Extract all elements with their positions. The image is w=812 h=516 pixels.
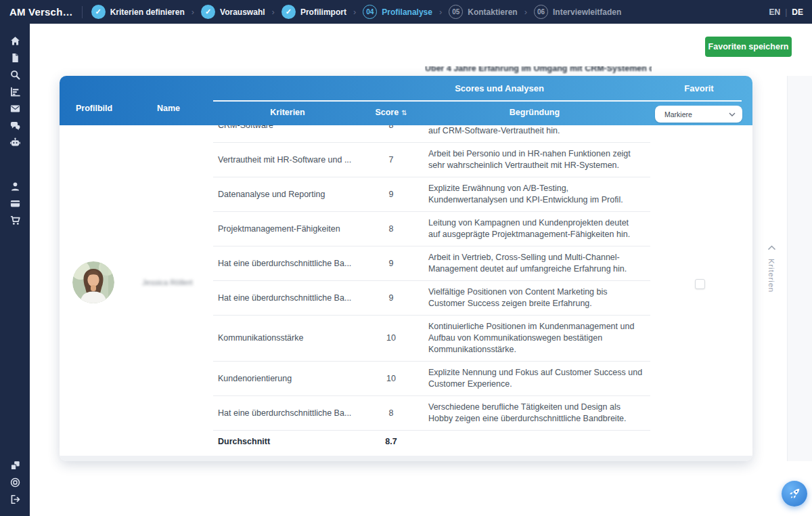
step-number: 06 xyxy=(534,5,548,19)
justification-line: Management deutet auf umfangreiche Erfah… xyxy=(428,263,650,275)
col-score-header[interactable]: Score⇅ xyxy=(351,108,432,117)
col-name-header: Name xyxy=(157,104,180,113)
save-favorites-button[interactable]: Favoriten speichern xyxy=(705,37,792,57)
assistant-fab[interactable] xyxy=(782,481,807,507)
justification-line: Arbeit bei Personio und in HR-nahen Funk… xyxy=(428,148,650,160)
favorit-select-value: Markiere xyxy=(664,110,729,119)
stepper-step-6[interactable]: 06Interviewleitfaden xyxy=(534,5,621,19)
step-label: Profilanalyse xyxy=(382,7,432,17)
criterion-score: 8 xyxy=(361,408,422,419)
language-switch: EN | DE xyxy=(769,0,803,24)
table-row: Hat eine überdurchschnittliche Ba... 9 A… xyxy=(60,246,752,281)
table-summary-row: Durchschnitt 8.7 xyxy=(60,431,752,453)
stepper-step-5[interactable]: 05Kontaktieren xyxy=(449,5,517,19)
justification-line: Leitung von Kampagnen und Kundenprojekte… xyxy=(428,217,650,229)
justification-line: sehr wahrscheinlich Vertrautheit mit HR-… xyxy=(428,160,650,171)
stepper-step-4[interactable]: 04Profilanalyse xyxy=(363,5,432,19)
step-number: 05 xyxy=(449,5,463,19)
favorit-checkbox[interactable] xyxy=(695,279,705,289)
justification-line: Kundenwertanalysen und KPI-Entwicklung i… xyxy=(428,194,650,206)
document-icon[interactable] xyxy=(7,49,23,66)
candidate-name-redacted: Jessica Röllert xyxy=(142,278,223,286)
chevron-up-icon xyxy=(767,245,776,251)
search-icon[interactable] xyxy=(7,66,23,83)
lang-en-button[interactable]: EN xyxy=(769,7,781,17)
table-header: Profilbild Name Scores und Analysen Favo… xyxy=(60,76,752,125)
justification-line: Explizite Nennung und Fokus auf Customer… xyxy=(428,367,650,379)
criterion-label: Vertrautheit mit HR-Software und ... xyxy=(213,154,361,166)
justification-line: Hobby zeigen eine überdurchschnittliche … xyxy=(428,413,650,425)
justification-line: auf CRM-Software-Vertrautheit hin. xyxy=(428,125,650,137)
cubes-icon[interactable] xyxy=(7,457,23,473)
table-row: Datenanalyse und Reporting 9 Explizite E… xyxy=(60,177,752,212)
table-row: CRM-Software 8 Mehrjährige Arbeit mit Sa… xyxy=(60,125,752,143)
sidebar-nav xyxy=(0,24,30,516)
divider xyxy=(82,6,83,18)
step-number: 04 xyxy=(363,5,377,19)
criterion-label: Hat eine überdurchschnittliche Ba... xyxy=(213,408,361,419)
col-favorit-header: Favorit xyxy=(655,83,743,93)
group-scores-header: Scores und Analysen xyxy=(398,83,601,93)
justification-line: auf ausgeprägte Projektmanagement-Fähigk… xyxy=(428,229,650,240)
stepper-step-2[interactable]: ✓Vorauswahl xyxy=(201,5,265,19)
stepper-step-1[interactable]: ✓Kriterien definieren xyxy=(91,5,185,19)
card-icon[interactable] xyxy=(7,195,23,211)
chevron-right-icon: › xyxy=(272,7,275,17)
table-row: Hat eine überdurchschnittliche Ba... 8 V… xyxy=(60,396,752,431)
justification-line: Arbeit in Vertrieb, Cross-Selling und Mu… xyxy=(428,252,650,263)
clipped-text-overflow: Über 4 Jahre Erfahrung im Umgang mit CRM… xyxy=(425,66,652,74)
logout-icon[interactable] xyxy=(7,491,23,507)
justification-line: Kommunikationsstärke. xyxy=(428,344,650,356)
chart-icon[interactable] xyxy=(7,83,23,100)
profile-analysis-table: Profilbild Name Scores und Analysen Favo… xyxy=(60,76,752,461)
chevron-down-icon xyxy=(729,112,736,116)
user-icon[interactable] xyxy=(7,178,23,194)
criterion-justification: Explizite Erwähnung von A/B-Testing,Kund… xyxy=(428,183,650,206)
criterion-score: 9 xyxy=(361,293,422,304)
col-profilbild-header: Profilbild xyxy=(76,104,112,113)
criterion-justification: Leitung von Kampagnen und Kundenprojekte… xyxy=(428,217,650,240)
criterion-label: Kundenorientierung xyxy=(213,373,361,385)
favorit-select[interactable]: Markiere xyxy=(655,106,742,123)
lang-de-button[interactable]: DE xyxy=(792,7,803,17)
table-body: CRM-Software 8 Mehrjährige Arbeit mit Sa… xyxy=(60,125,752,453)
target-icon[interactable] xyxy=(7,474,23,490)
cart-icon[interactable] xyxy=(7,212,23,228)
top-bar: AM Versch… ✓Kriterien definieren›✓Voraus… xyxy=(0,0,812,24)
sort-icon: ⇅ xyxy=(401,109,407,116)
chevron-right-icon: › xyxy=(191,7,194,17)
justification-line: Verschiedene berufliche Tätigkeiten und … xyxy=(428,402,650,413)
kriterien-panel-toggle[interactable]: Kriterien xyxy=(763,242,781,317)
mail-icon[interactable] xyxy=(7,100,23,116)
justification-line: Customer Experience. xyxy=(428,379,650,390)
table-row: Vertrautheit mit HR-Software und ... 7 A… xyxy=(60,143,752,177)
col-begruendung-header: Begründung xyxy=(460,108,609,117)
criterion-justification: Mehrjährige Arbeit mit Salesforce und Hu… xyxy=(428,125,650,137)
step-label: Profilimport xyxy=(300,7,346,17)
criterion-justification: Vielfältige Positionen von Content Marke… xyxy=(428,286,650,309)
criterion-justification: Explizite Nennung und Fokus auf Customer… xyxy=(428,367,650,390)
criterion-score: 10 xyxy=(361,373,422,385)
kriterien-panel-label: Kriterien xyxy=(767,259,775,293)
criterion-label: CRM-Software xyxy=(213,125,361,131)
right-panel-rail xyxy=(787,76,812,461)
justification-line: Aufbau von Kommunikationswegen bestätige… xyxy=(428,332,650,344)
rocket-icon xyxy=(788,487,801,500)
justification-line: Explizite Erwähnung von A/B-Testing, xyxy=(428,183,650,194)
robot-icon[interactable] xyxy=(7,134,23,150)
project-title: AM Versch… xyxy=(9,6,73,18)
table-row: Kommunikationsstärke 10 Kontinuierliche … xyxy=(60,316,752,362)
table-row: Projektmanagement-Fähigkeiten 8 Leitung … xyxy=(60,212,752,246)
col-kriterien-header: Kriterien xyxy=(227,108,348,117)
chevron-right-icon: › xyxy=(353,7,356,17)
chat-icon[interactable] xyxy=(7,117,23,133)
justification-line: Vielfältige Positionen von Content Marke… xyxy=(428,286,650,298)
criterion-label: Projektmanagement-Fähigkeiten xyxy=(213,223,361,235)
stepper-step-3[interactable]: ✓Profilimport xyxy=(281,5,346,19)
check-icon: ✓ xyxy=(201,5,215,19)
criterion-score: 10 xyxy=(361,332,422,344)
criterion-justification: Arbeit bei Personio und in HR-nahen Funk… xyxy=(428,148,650,171)
wizard-stepper: ✓Kriterien definieren›✓Vorauswahl›✓Profi… xyxy=(91,5,622,19)
step-label: Interviewleitfaden xyxy=(553,7,621,17)
home-icon[interactable] xyxy=(7,33,23,49)
